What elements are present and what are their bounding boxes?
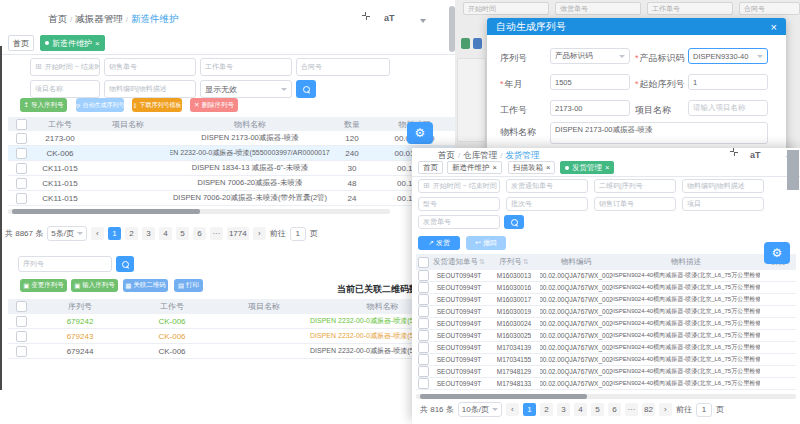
row-checkbox[interactable] [16, 193, 27, 204]
search-button[interactable] [504, 215, 524, 229]
table-row[interactable]: SEOUT09949T M16030017 00.02.00QJA767WX_0… [416, 294, 796, 306]
date-range-input[interactable]: ⊞ 开始时间 ~ 结束时间 [30, 58, 100, 76]
goto-page-input[interactable]: 1 [290, 227, 306, 241]
row-checkbox[interactable] [418, 366, 429, 377]
page-button[interactable]: 2 [540, 403, 553, 416]
table-row[interactable]: 679242 CK-006 DISPEN 2232-00-0减振器-喷漆(555… [8, 314, 455, 329]
breadcrumb-home[interactable]: 首页 [48, 13, 67, 24]
row-checkbox[interactable] [418, 306, 429, 317]
prev-page-button[interactable]: ‹ [91, 227, 104, 240]
table-row[interactable]: SEOUT09949T M17034139 00.02.00QJA767WX_0… [416, 342, 796, 354]
table-row[interactable]: SEOUT09949T M16030016 00.02.00QJA767WX_0… [416, 282, 796, 294]
page-button[interactable]: 1 [108, 227, 121, 240]
page-button[interactable]: 3 [142, 227, 155, 240]
project-input[interactable]: 项目名称 [30, 80, 100, 98]
input-serial-button[interactable]: ▣输入序列号 [71, 279, 118, 292]
serial-search-input[interactable]: 序列号 [18, 256, 112, 272]
sort-icon[interactable]: ⇅ [479, 258, 485, 266]
tab-home[interactable]: 首页 [8, 35, 34, 51]
show-invalid-select[interactable]: 显示无效 [200, 80, 292, 98]
page-button[interactable]: 6 [193, 227, 206, 240]
row-checkbox[interactable] [418, 330, 429, 341]
material-textarea[interactable]: DISPEN 2173-00减振器-喷漆 [550, 122, 768, 144]
sales-no-input[interactable]: 销售单号 [104, 58, 196, 76]
tab-home[interactable]: 首页 [418, 161, 443, 174]
table-row[interactable]: 2173-00 DISPEN 2173-00减振器-喷漆 120 00.01.0… [8, 131, 455, 146]
font-size-icon[interactable]: aT [384, 13, 395, 23]
row-checkbox[interactable] [16, 163, 27, 174]
table-row[interactable]: CK11-015 DISPEN 7006-20减振器-未喷漆 48 00.11.… [8, 176, 455, 191]
row-checkbox[interactable] [16, 148, 27, 159]
table-row[interactable]: CK-006 DISPEN 2232-00-0减振器-喷漆(5550003997… [8, 146, 455, 161]
row-checkbox[interactable] [418, 294, 429, 305]
revoke-button[interactable]: ↩撤回 [466, 236, 506, 250]
chevron-down-icon[interactable] [420, 19, 426, 23]
page-button[interactable]: 6 [608, 403, 621, 416]
date-range-input[interactable]: ⊞开始时间 ~ 结束时间 [418, 179, 500, 193]
row-checkbox[interactable] [16, 133, 27, 144]
ellipsis[interactable]: ··· [625, 403, 638, 416]
select-all-checkbox[interactable] [16, 301, 27, 312]
goto-page-input[interactable]: 1 [696, 403, 712, 417]
row-checkbox[interactable] [16, 346, 27, 357]
close-icon[interactable]: × [605, 163, 609, 172]
page-button[interactable]: 3 [557, 403, 570, 416]
import-serial-button[interactable]: ↥导入序列号 [20, 98, 67, 112]
tab-serial-maintenance[interactable]: 新造件维护× [447, 161, 502, 174]
table-settings-button[interactable]: ⚙ [407, 122, 433, 144]
download-template-button[interactable]: ↧下载序列号模板 [132, 98, 182, 112]
row-checkbox[interactable] [16, 316, 27, 327]
font-size-icon[interactable]: aT [750, 150, 761, 160]
ship-button[interactable]: ↗发货 [418, 236, 460, 250]
notice-no-input[interactable]: 发货通知单号 [506, 179, 588, 193]
start-serial-input[interactable]: 1 [688, 74, 768, 90]
auto-generate-serial-button[interactable]: ⟳自动生成序列号 [76, 98, 124, 112]
product-code-select[interactable]: DISPEN9330-40 [688, 48, 768, 64]
row-checkbox[interactable] [16, 331, 27, 342]
table-row[interactable]: 679244 CK-006 DISPEN 2232-00-0减振器-喷漆(555… [8, 344, 455, 359]
next-page-button[interactable]: › [659, 403, 672, 416]
row-checkbox[interactable] [418, 270, 429, 281]
page-button-last[interactable]: 82 [642, 403, 655, 416]
row-checkbox[interactable] [16, 178, 27, 189]
tab-scan-packing[interactable]: 扫描装箱× [508, 161, 555, 174]
breadcrumb-module[interactable]: 仓库管理 [463, 150, 497, 160]
ellipsis[interactable]: ··· [210, 227, 223, 240]
tab-shipping[interactable]: 发货管理× [560, 161, 614, 174]
sales-order-input[interactable]: 销售订单号 [594, 197, 676, 211]
vertical-scrollbar[interactable] [787, 150, 799, 190]
breadcrumb-module[interactable]: 减振器管理 [75, 13, 123, 24]
table-row[interactable]: 679243 CK-006 DISPEN 2232-00-0减振器-喷漆(555… [8, 329, 455, 344]
table-row[interactable]: SEOUT09949T M17948129 00.02.00QJA767WX_0… [416, 366, 796, 378]
row-checkbox[interactable] [418, 282, 429, 293]
link-qrcode-button[interactable]: ▦关联二维码 [123, 279, 168, 292]
page-button[interactable]: 5 [591, 403, 604, 416]
page-button[interactable]: 4 [159, 227, 172, 240]
search-button[interactable] [296, 80, 316, 98]
serial-search-button[interactable] [116, 256, 134, 272]
table-row[interactable]: SEOUT09949T M17034155 00.02.00QJA767WX_0… [416, 354, 796, 366]
close-icon[interactable]: × [493, 163, 497, 172]
close-icon[interactable]: × [771, 21, 777, 33]
work-input[interactable]: 2173-00 [550, 100, 630, 116]
model-input[interactable]: 型号 [418, 197, 500, 211]
breadcrumb-home[interactable]: 首页 [438, 150, 455, 160]
row-checkbox[interactable] [418, 342, 429, 353]
page-size-select[interactable]: 5条/页 [47, 226, 87, 241]
next-page-button[interactable]: › [253, 227, 266, 240]
material-input[interactable]: 物料编码|物料描述 [104, 80, 196, 98]
page-button[interactable]: 1 [523, 403, 536, 416]
qr-serial-input[interactable]: 二维码|序列号 [594, 179, 676, 193]
batch-input[interactable]: 批次号 [506, 197, 588, 211]
table-row[interactable]: CK11-015 DISPEN 1834-13 减振器-6"-未喷漆 30 00… [8, 161, 455, 176]
project-input[interactable]: 项目 [682, 197, 764, 211]
table-row[interactable]: SEOUT09949T M16030013 00.02.00QJA767WX_0… [416, 270, 796, 282]
row-checkbox[interactable] [418, 354, 429, 365]
ship-no-input[interactable]: 发货单号 [418, 215, 500, 229]
material-input[interactable]: 物料编码|物料描述 [682, 179, 764, 193]
row-checkbox[interactable] [418, 318, 429, 329]
contract-input[interactable]: 合同号 [296, 58, 390, 76]
tab-serial-maintenance[interactable]: 新造件维护 × [40, 35, 105, 51]
scrollbar-thumb[interactable] [12, 209, 200, 214]
page-button-last[interactable]: 1774 [227, 227, 249, 240]
